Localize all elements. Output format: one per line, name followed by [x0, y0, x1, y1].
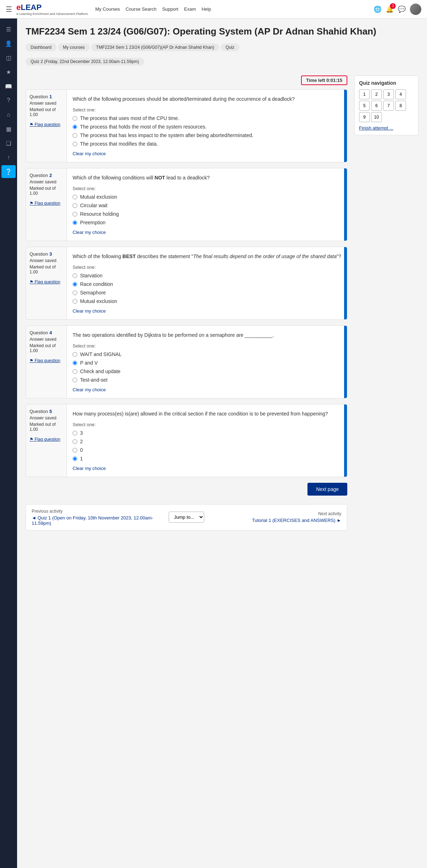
quiz-nav-btn-4[interactable]: 4	[395, 89, 406, 99]
sidebar-grid-icon[interactable]: ▦	[1, 122, 16, 135]
quiz-nav-btn-1[interactable]: 1	[359, 89, 370, 99]
question-5-option-d[interactable]: 1	[73, 456, 341, 461]
sidebar-question-icon[interactable]: ?	[1, 94, 16, 107]
prev-activity-link[interactable]: ◄ Quiz 1 (Open on Friday, 10th November …	[32, 515, 153, 526]
breadcrumb: Dashboard My courses TMF2234 Sem 1 23/24…	[26, 43, 418, 51]
question-5-radio-a[interactable]	[73, 431, 77, 435]
question-2-clear[interactable]: Clear my choice	[73, 230, 106, 235]
question-4-radio-d[interactable]	[73, 378, 77, 382]
next-page-button[interactable]: Next page	[307, 483, 347, 496]
question-1-option-c[interactable]: The process that has less impact to the …	[73, 132, 341, 138]
question-1-options: The process that uses most of the CPU ti…	[73, 115, 341, 147]
globe-icon[interactable]: 🌐	[374, 5, 381, 13]
question-2-option-c[interactable]: Resource holding	[73, 211, 341, 217]
sidebar-box-icon[interactable]: ❑	[1, 137, 16, 150]
breadcrumb-quiz[interactable]: Quiz	[221, 43, 239, 51]
question-1-option-d[interactable]: The process that modifies the data.	[73, 141, 341, 147]
question-5-option-a[interactable]: 3	[73, 430, 341, 436]
breadcrumb-course[interactable]: TMF2234 Sem 1 23/24 (G06/G07)(AP Dr Adna…	[91, 43, 219, 51]
nav-exam[interactable]: Exam	[184, 6, 196, 12]
question-2-option-b[interactable]: Circular wait	[73, 203, 341, 208]
question-4-radio-b[interactable]	[73, 361, 77, 365]
question-3-radio-d[interactable]	[73, 299, 77, 304]
question-4-blue-bar	[344, 326, 347, 398]
user-avatar[interactable]	[410, 4, 421, 15]
sidebar-menu-icon[interactable]: ☰	[1, 23, 16, 36]
jump-to-select[interactable]: Jump to...	[169, 512, 204, 523]
finish-attempt-link[interactable]: Finish attempt ...	[359, 125, 393, 131]
question-2-radio-d[interactable]	[73, 220, 77, 225]
question-4-flag[interactable]: ⚑ Flag question	[30, 358, 60, 363]
left-sidebar: ☰ 👤 ◫ ★ 📖 ? ⌂ ▦ ❑ ↑ ❔	[0, 19, 17, 868]
question-3-radio-a[interactable]	[73, 273, 77, 278]
question-2-option-d[interactable]: Preemption	[73, 220, 341, 225]
quiz-nav-btn-2[interactable]: 2	[371, 89, 382, 99]
quiz-nav-btn-9[interactable]: 9	[359, 112, 370, 122]
question-3-radio-c[interactable]	[73, 291, 77, 295]
question-4-option-b[interactable]: P and V	[73, 360, 341, 366]
question-1-option-a[interactable]: The process that uses most of the CPU ti…	[73, 115, 341, 121]
quiz-nav-btn-10[interactable]: 10	[371, 112, 382, 122]
question-5-blue-bar	[344, 404, 347, 477]
question-2-option-a[interactable]: Mutual exclusion	[73, 194, 341, 200]
sidebar-upload-icon[interactable]: ↑	[1, 151, 16, 164]
main-nav: My Courses Course Search Support Exam He…	[95, 6, 374, 12]
activity-navigation: Previous activity ◄ Quiz 1 (Open on Frid…	[26, 504, 347, 530]
nav-support[interactable]: Support	[162, 6, 179, 12]
sidebar-info-icon[interactable]: ❔	[1, 165, 16, 178]
hamburger-menu[interactable]: ☰	[6, 5, 12, 14]
question-2-radio-a[interactable]	[73, 195, 77, 199]
question-1-option-b[interactable]: The process that holds the most of the s…	[73, 124, 341, 130]
question-2-radio-c[interactable]	[73, 212, 77, 216]
quiz-nav-btn-5[interactable]: 5	[359, 101, 370, 111]
question-4-radio-c[interactable]	[73, 369, 77, 374]
quiz-nav-btn-8[interactable]: 8	[395, 101, 406, 111]
question-1-clear[interactable]: Clear my choice	[73, 151, 106, 156]
question-3-option-d[interactable]: Mutual exclusion	[73, 298, 341, 304]
quiz-sidebar: Quiz navigation 1 2 3 4 5 6 7 8 9 10 Fin…	[354, 75, 418, 530]
question-5-radio-b[interactable]	[73, 439, 77, 444]
question-2-radio-b[interactable]	[73, 203, 77, 208]
question-4-option-a[interactable]: WAIT and SIGNAL	[73, 351, 341, 357]
nav-help[interactable]: Help	[201, 6, 211, 12]
question-1-flag[interactable]: ⚑ Flag question	[30, 122, 60, 127]
question-1-radio-b[interactable]	[73, 125, 77, 129]
sidebar-layers-icon[interactable]: ◫	[1, 51, 16, 64]
question-3-option-c[interactable]: Semaphore	[73, 290, 341, 296]
question-1-radio-a[interactable]	[73, 116, 77, 121]
sidebar-home-icon[interactable]: ⌂	[1, 108, 16, 121]
question-3-radio-b[interactable]	[73, 282, 77, 287]
question-5-radio-d[interactable]	[73, 456, 77, 461]
question-5-option-b[interactable]: 2	[73, 439, 341, 444]
sidebar-star-icon[interactable]: ★	[1, 66, 16, 78]
question-4-radio-a[interactable]	[73, 352, 77, 357]
question-5-num: Question 5	[30, 409, 63, 414]
question-5-clear[interactable]: Clear my choice	[73, 466, 106, 471]
question-1-radio-d[interactable]	[73, 142, 77, 146]
question-5-flag[interactable]: ⚑ Flag question	[30, 437, 60, 442]
question-3-clear[interactable]: Clear my choice	[73, 308, 106, 314]
question-4-option-d[interactable]: Test-and-set	[73, 377, 341, 383]
breadcrumb-dashboard[interactable]: Dashboard	[26, 43, 57, 51]
question-2-flag[interactable]: ⚑ Flag question	[30, 201, 60, 206]
question-3-flag[interactable]: ⚑ Flag question	[30, 279, 60, 284]
question-3-option-a[interactable]: Starvation	[73, 273, 341, 278]
quiz-nav-btn-3[interactable]: 3	[383, 89, 394, 99]
sidebar-book-icon[interactable]: 📖	[1, 80, 16, 93]
quiz-nav-btn-7[interactable]: 7	[383, 101, 394, 111]
quiz-nav-btn-6[interactable]: 6	[371, 101, 382, 111]
nav-my-courses[interactable]: My Courses	[95, 6, 120, 12]
next-activity-link[interactable]: Tutorial 1 (EXERCISES and ANSWERS) ►	[252, 518, 341, 523]
question-4-option-c[interactable]: Check and update	[73, 368, 341, 374]
messages-icon[interactable]: 💬	[398, 5, 406, 13]
sidebar-people-icon[interactable]: 👤	[1, 37, 16, 50]
question-5-radio-c[interactable]	[73, 448, 77, 453]
question-1-marked: Marked out of 1.00	[30, 107, 63, 117]
question-4-clear[interactable]: Clear my choice	[73, 387, 106, 392]
nav-course-search[interactable]: Course Search	[126, 6, 157, 12]
question-1-radio-c[interactable]	[73, 133, 77, 138]
question-5-option-c[interactable]: 0	[73, 447, 341, 453]
breadcrumb-my-courses[interactable]: My courses	[58, 43, 90, 51]
notifications-icon[interactable]: 🔔 3	[386, 5, 394, 13]
question-3-option-b[interactable]: Race condition	[73, 281, 341, 287]
